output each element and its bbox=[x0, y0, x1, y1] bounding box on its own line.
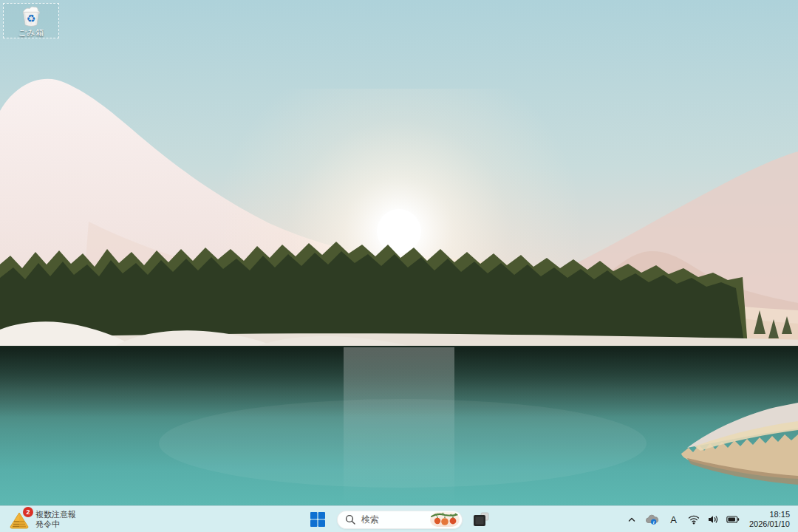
volume-tray-button[interactable] bbox=[704, 508, 722, 531]
alert-status: 発令中 bbox=[35, 519, 76, 529]
recycle-bin-label: ごみ箱 bbox=[18, 28, 44, 37]
wifi-tray-button[interactable] bbox=[685, 508, 703, 531]
ime-mode-button[interactable]: A bbox=[664, 508, 683, 531]
desktop[interactable]: ♻ ごみ箱 2 複数注意報 発令中 bbox=[0, 0, 798, 532]
svg-text:♻: ♻ bbox=[27, 13, 36, 24]
widgets-button[interactable]: 2 複数注意報 発令中 bbox=[3, 508, 83, 531]
dark-window-app-icon bbox=[472, 511, 490, 528]
svg-text:i: i bbox=[653, 519, 655, 525]
ime-mode-indicator: A bbox=[666, 514, 681, 525]
alert-count-badge: 2 bbox=[23, 507, 33, 517]
alert-title: 複数注意報 bbox=[35, 510, 76, 519]
search-icon bbox=[345, 514, 355, 525]
onedrive-tray-button[interactable]: i bbox=[641, 508, 662, 531]
battery-tray-button[interactable] bbox=[723, 508, 743, 531]
search-highlight-thumbnail bbox=[430, 512, 460, 527]
clock-time: 18:15 bbox=[769, 510, 790, 519]
windows-logo-icon bbox=[310, 511, 326, 528]
speaker-icon bbox=[707, 514, 719, 525]
onedrive-cloud-icon: i bbox=[644, 514, 659, 525]
chevron-up-icon bbox=[627, 514, 637, 525]
battery-icon bbox=[726, 515, 740, 524]
wallpaper-winter-lake bbox=[0, 0, 798, 505]
search-box[interactable]: 検索 bbox=[337, 511, 463, 529]
tray-chevron-up-button[interactable] bbox=[624, 508, 640, 531]
taskbar-pinned-app-icon[interactable] bbox=[469, 508, 493, 531]
recycle-bin-icon[interactable]: ♻ ごみ箱 bbox=[3, 3, 59, 38]
wifi-icon bbox=[688, 514, 700, 525]
recycle-bin-glyph: ♻ bbox=[18, 4, 44, 28]
taskbar-clock[interactable]: 18:15 2026/01/10 bbox=[744, 508, 795, 531]
taskbar: 2 複数注意報 発令中 検索 bbox=[0, 505, 798, 532]
clock-date: 2026/01/10 bbox=[749, 519, 790, 529]
search-placeholder: 検索 bbox=[361, 514, 430, 526]
start-button[interactable] bbox=[305, 508, 330, 531]
